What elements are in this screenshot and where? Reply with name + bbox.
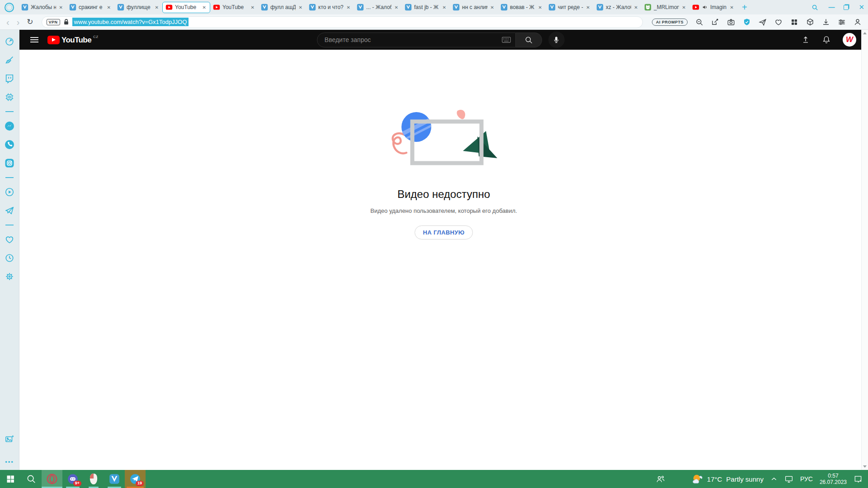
search-box[interactable]	[317, 33, 516, 47]
tab-close-icon[interactable]: ✕	[729, 4, 735, 11]
close-window-button[interactable]: ✕	[859, 3, 864, 11]
image-panel-icon[interactable]	[4, 434, 15, 445]
zoom-out-icon[interactable]	[695, 18, 703, 26]
vivaldi-menu-icon[interactable]	[5, 3, 14, 12]
keyboard-icon[interactable]	[502, 37, 511, 43]
clock[interactable]: 0:57 26.07.2023	[820, 473, 847, 485]
video-panel-icon[interactable]	[4, 187, 15, 197]
extensions-icon[interactable]	[790, 18, 798, 26]
notifications-bell-icon[interactable]	[822, 35, 831, 44]
tab-close-icon[interactable]: ✕	[250, 4, 255, 11]
menu-burger-icon[interactable]	[30, 37, 38, 42]
tab-title: фулл ашД	[270, 4, 296, 10]
speed-dial-icon[interactable]	[4, 36, 15, 47]
network-display-icon[interactable]	[784, 475, 793, 483]
tab-fullishe[interactable]: фуллище - ✕	[114, 2, 162, 13]
downloads-icon[interactable]	[822, 18, 830, 26]
settings-sliders-icon[interactable]	[838, 18, 846, 26]
reload-icon[interactable]: ↻	[27, 18, 33, 26]
start-button[interactable]	[0, 470, 21, 488]
chip-panel-icon[interactable]	[4, 92, 15, 103]
new-tab-button[interactable]: +	[742, 3, 747, 12]
screenshot-camera-icon[interactable]	[727, 18, 735, 26]
tab-close-icon[interactable]: ✕	[154, 4, 160, 11]
tab-xz-zhalob[interactable]: xz - Жалоб ✕	[594, 2, 642, 13]
panel-more-icon[interactable]: •••	[5, 459, 14, 465]
whatsapp-panel-icon[interactable]	[4, 139, 15, 150]
quick-search-icon[interactable]	[811, 4, 818, 11]
weather-widget[interactable]: 17°C Partly sunny	[691, 474, 764, 484]
tab-close-icon[interactable]: ✕	[346, 4, 351, 11]
settings-gear-icon[interactable]	[4, 271, 15, 282]
tab-nn-s-anlim[interactable]: нн с анлим ✕	[450, 2, 498, 13]
search-input[interactable]	[325, 36, 502, 43]
tab-close-icon[interactable]: ✕	[58, 4, 64, 11]
taskbar-telegram-app[interactable]: 19	[125, 470, 146, 488]
tab-fast-jb[interactable]: fast jb - Ж ✕	[402, 2, 450, 13]
avatar[interactable]: W	[843, 33, 856, 47]
tab-close-icon[interactable]: ✕	[202, 4, 207, 11]
ai-prompts-button[interactable]: AI PROMPTS	[652, 19, 688, 26]
url-field[interactable]: VPN www.youtube.com/watch?v=Gx1TodpJJOQ	[42, 16, 643, 28]
maximize-button[interactable]	[844, 5, 849, 10]
upload-icon[interactable]	[801, 35, 810, 44]
taskbar-discord-app[interactable]: 9+	[62, 470, 83, 488]
page-scrollbar[interactable]	[861, 30, 868, 470]
tray-chevron-up-icon[interactable]	[770, 476, 778, 482]
youtube-logo[interactable]: YouTube CZ	[47, 35, 99, 45]
instagram-panel-icon[interactable]	[4, 158, 15, 169]
tab-close-icon[interactable]: ✕	[298, 4, 303, 11]
tab-close-icon[interactable]: ✕	[681, 4, 687, 11]
tab-close-icon[interactable]: ✕	[538, 4, 543, 11]
tab-chit-rede[interactable]: чит реде - ✕	[546, 2, 594, 13]
tab-youtube-2[interactable]: YouTube ✕	[210, 2, 258, 13]
scroll-down-icon[interactable]	[863, 465, 867, 468]
tab-close-icon[interactable]: ✕	[106, 4, 112, 11]
twitch-panel-icon[interactable]	[4, 73, 15, 84]
shield-adblock-icon[interactable]	[743, 18, 751, 26]
tab-sraking[interactable]: сракинг е ✕	[66, 2, 114, 13]
tab-close-icon[interactable]: ✕	[490, 4, 495, 11]
people-icon[interactable]	[656, 474, 665, 483]
scroll-up-icon[interactable]	[863, 32, 867, 34]
edit-page-icon[interactable]	[711, 18, 719, 26]
tab-title: Imagin	[710, 4, 727, 10]
tab-youtube-active[interactable]: YouTube ✕	[162, 2, 210, 13]
taskbar-opera-app[interactable]	[42, 470, 62, 488]
tab-close-icon[interactable]: ✕	[394, 4, 399, 11]
tab-zhaloby[interactable]: Жалобы н ✕	[19, 2, 66, 13]
profile-icon[interactable]	[854, 18, 862, 26]
telegram-panel-icon[interactable]	[4, 205, 15, 216]
voice-search-button[interactable]	[548, 32, 565, 48]
tab-zhalob-4[interactable]: ... - Жалоб ✕	[354, 2, 402, 13]
share-send-icon[interactable]	[759, 18, 767, 26]
bookmark-heart-icon[interactable]	[774, 18, 783, 26]
url-text-selected[interactable]: www.youtube.com/watch?v=Gx1TodpJJOQ	[72, 18, 189, 26]
tab-full-ashd[interactable]: фулл ашД ✕	[258, 2, 306, 13]
tab-vovav[interactable]: вовав - Ж ✕	[498, 2, 546, 13]
taskbar-vivaldi-app[interactable]	[104, 470, 125, 488]
taskbar-search-button[interactable]	[21, 470, 42, 488]
tab-close-icon[interactable]: ✕	[442, 4, 447, 11]
history-clock-icon[interactable]	[4, 253, 15, 263]
notifications-center-icon[interactable]	[854, 474, 863, 483]
minimize-button[interactable]: —	[828, 4, 834, 11]
tab-title: ... - Жалоб	[366, 4, 392, 10]
tab-kto-i-chto[interactable]: кто и что? ✕	[306, 2, 354, 13]
tab-close-icon[interactable]: ✕	[585, 4, 591, 11]
tab-close-icon[interactable]: ✕	[633, 4, 639, 11]
forward-icon[interactable]: ›	[17, 18, 20, 27]
cube-3d-icon[interactable]	[806, 18, 814, 26]
search-button[interactable]	[516, 33, 542, 47]
vpn-badge[interactable]: VPN	[47, 19, 60, 25]
go-home-button[interactable]: НА ГЛАВНУЮ	[415, 225, 472, 239]
taskbar-mouse-app[interactable]	[83, 470, 104, 488]
tab-imagine-audio[interactable]: Imagin ✕	[689, 2, 737, 13]
language-indicator[interactable]: РУС	[800, 475, 813, 483]
messenger-panel-icon[interactable]	[4, 121, 15, 131]
youtube-play-icon	[47, 36, 60, 44]
heart-panel-icon[interactable]	[4, 234, 15, 245]
tab-mrlimon[interactable]: _MRLimon ✕	[642, 2, 689, 13]
back-icon[interactable]: ‹	[6, 18, 9, 27]
cleaner-broom-icon[interactable]	[4, 55, 15, 66]
